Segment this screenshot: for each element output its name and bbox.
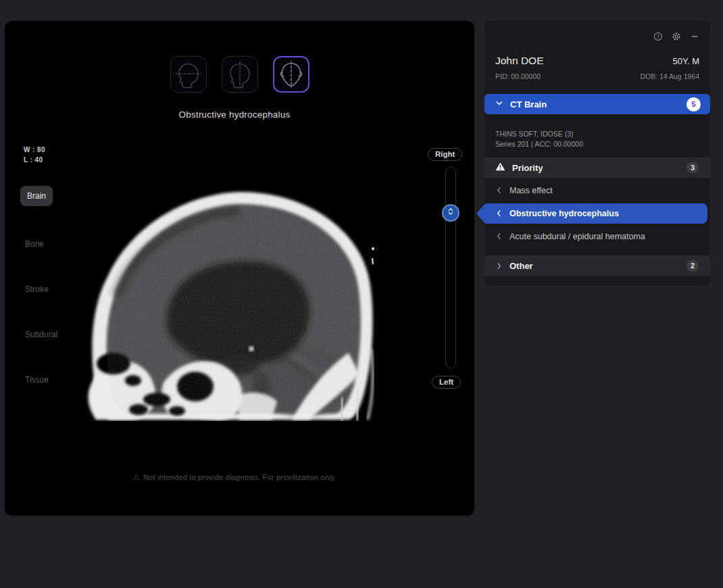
series-accession: Series 201 | ACC: 00.00000 [495, 139, 583, 149]
warning-filled-icon [495, 162, 505, 174]
settings-gear-icon[interactable] [672, 32, 681, 41]
preset-bone-button[interactable]: Bone [25, 239, 44, 249]
chevron-left-icon [495, 230, 503, 243]
patient-header: John DOE 50Y. M [495, 55, 699, 67]
other-count-badge: 2 [687, 260, 699, 272]
orientation-label-left: Left [432, 376, 461, 389]
slice-slider-track[interactable] [445, 167, 456, 368]
study-count-badge: 5 [687, 97, 701, 112]
other-section-header[interactable]: Other 2 [484, 255, 710, 276]
chevron-right-icon [495, 262, 503, 270]
svg-text:?: ? [657, 34, 659, 40]
finding-row-obstructive-hydrocephalus[interactable]: Obstructive hydrocephalus [484, 203, 707, 224]
preset-tissue-button[interactable]: Tissue [25, 375, 49, 385]
orientation-coronal-button[interactable] [222, 56, 258, 93]
unfold-chevrons-icon [445, 205, 457, 220]
disclaimer-text: ⚠Not intended to provide diagnosis. For … [5, 472, 464, 482]
warning-outline-icon: ⚠ [132, 472, 140, 482]
series-description: THINS SOFT, IDOSE (3) [495, 129, 583, 139]
study-header-ct-brain[interactable]: CT Brain 5 [484, 94, 710, 114]
minimize-icon[interactable] [690, 32, 699, 41]
panel-window-controls: ? [653, 32, 699, 41]
patient-dob: DOB: 14 Aug 1964 [640, 72, 699, 80]
window-width-value: W : 80 [24, 145, 45, 155]
window-level-readout: W : 80 L : 40 [24, 145, 45, 165]
finding-row-acute-subdural-epidural-hematoma[interactable]: Acute subdural / epidural hematoma [484, 226, 710, 247]
finding-label: Mass effect [509, 186, 699, 195]
preset-subdural-button[interactable]: Subdural [25, 330, 57, 339]
sagittal-head-icon [276, 59, 307, 90]
chevron-left-icon [495, 185, 503, 197]
finding-row-mass-effect[interactable]: Mass effect [484, 180, 710, 201]
study-label: CT Brain [510, 99, 687, 109]
patient-pid: PID: 00.00000 [495, 72, 541, 80]
axial-head-icon [173, 59, 204, 90]
patient-ids: PID: 00.00000 DOB: 14 Aug 1964 [495, 72, 699, 80]
preset-brain-button[interactable]: Brain [20, 186, 53, 206]
orientation-axial-button[interactable] [170, 56, 207, 93]
other-section-label: Other [509, 261, 687, 271]
patient-age-sex: 50Y. M [672, 56, 699, 66]
ct-viewer-panel: Obstructive hydrocephalus W : 80 L : 40 … [5, 21, 474, 516]
finding-title: Obstructive hydrocephalus [5, 109, 464, 120]
window-level-value: L : 40 [24, 155, 45, 165]
help-icon[interactable]: ? [653, 32, 663, 41]
orientation-sagittal-button[interactable] [273, 56, 309, 93]
finding-label: Acute subdural / epidural hematoma [509, 232, 699, 241]
orientation-label-right: Right [428, 148, 462, 161]
slice-slider-handle[interactable] [442, 204, 459, 222]
patient-name: John DOE [495, 55, 544, 67]
priority-section-header[interactable]: Priority 3 [484, 157, 710, 178]
priority-section-label: Priority [512, 163, 687, 173]
worklist-panel: ? John DOE 50Y. M PID: 00.00000 DOB: 14 … [484, 21, 710, 286]
preset-stroke-button[interactable]: Stroke [25, 285, 49, 294]
ct-sagittal-image[interactable] [69, 187, 407, 457]
coronal-head-icon [224, 59, 255, 90]
finding-label: Obstructive hydrocephalus [509, 209, 696, 218]
priority-count-badge: 3 [687, 162, 699, 174]
orientation-tabs [170, 56, 309, 93]
series-info: THINS SOFT, IDOSE (3) Series 201 | ACC: … [495, 129, 583, 149]
chevron-down-icon [495, 98, 503, 110]
chevron-left-icon [495, 207, 503, 220]
